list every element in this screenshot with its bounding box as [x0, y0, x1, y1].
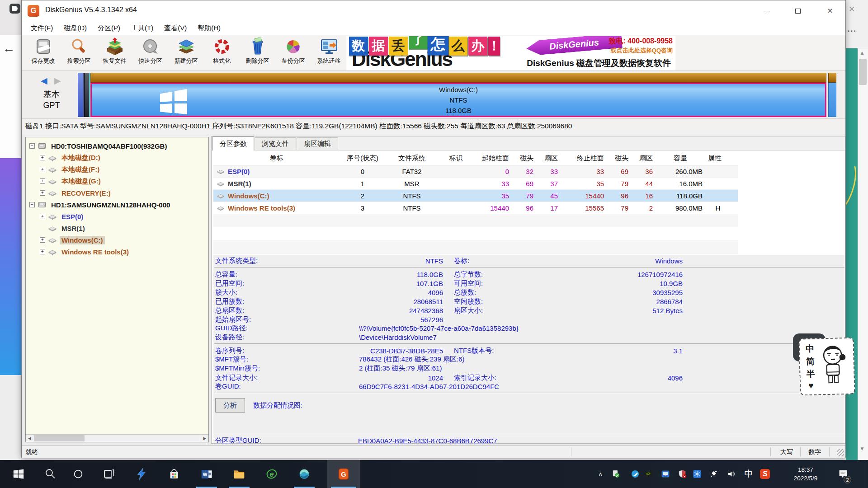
tab[interactable]: 分区参数	[212, 136, 254, 150]
table-header-cell[interactable]: 序号(状态)	[340, 154, 385, 163]
taskbar-clock[interactable]: 18:37 2022/5/9	[785, 460, 826, 488]
word-app-button[interactable]	[193, 460, 221, 488]
maximize-button[interactable]	[788, 4, 808, 18]
tree-expand-box[interactable]: +	[40, 155, 45, 160]
tab[interactable]: 扇区编辑	[297, 137, 338, 150]
tray-security-shield-icon[interactable]	[676, 460, 688, 488]
store-app-button[interactable]	[160, 460, 188, 488]
tray-snowflake-icon[interactable]	[691, 460, 703, 488]
table-header-cell[interactable]: 卷标	[213, 154, 340, 163]
menu-item[interactable]: 分区(P)	[92, 24, 126, 33]
toolbar-button[interactable]: 恢复文件	[97, 36, 132, 70]
table-header-cell[interactable]: 磁头	[512, 154, 536, 163]
toolbar-button[interactable]: 系统迁移	[311, 36, 347, 70]
ime-heart-icon[interactable]: ♥	[808, 381, 814, 391]
ad-banner[interactable]: DiskGenius 数据丢了怎么办！ DiskGenius 致电: 400-0…	[346, 36, 675, 70]
table-row[interactable]: Windows(C:) 2 NTFS 35 79 45 15440 96 16 …	[213, 190, 738, 202]
tree-scrollbar-thumb[interactable]	[34, 435, 85, 441]
tree-item[interactable]: + 本地磁盘(F:)	[26, 164, 208, 175]
tree-item[interactable]: + Windows RE tools(3)	[26, 246, 208, 258]
task-view-button[interactable]	[95, 460, 123, 488]
tree-item[interactable]: + ESP(0)	[26, 211, 208, 222]
table-header-cell[interactable]: 标识	[439, 154, 466, 163]
selected-partition-box[interactable]: Windows(C:) NTFS 118.0GB	[90, 83, 826, 117]
table-header-cell[interactable]: 容量	[656, 154, 705, 163]
toolbar-button[interactable]: 格式化	[204, 36, 240, 70]
toolbar-button[interactable]: 保存更改	[25, 36, 61, 70]
table-header-cell[interactable]: 扇区	[536, 154, 561, 163]
toolbar-button[interactable]: 快速分区	[132, 36, 168, 70]
tree-expand-box[interactable]: +	[40, 237, 45, 243]
table-header-cell[interactable]: 属性	[705, 154, 731, 163]
previous-disk-icon[interactable]: ◀	[41, 75, 47, 86]
background-scrollbar-track[interactable]	[858, 48, 868, 460]
ime-simplified-mode[interactable]: 简	[806, 356, 815, 367]
background-close-icon[interactable]: ✕	[849, 5, 855, 14]
menu-item[interactable]: 磁盘(D)	[58, 24, 92, 33]
scroll-right-icon[interactable]: ▶	[201, 435, 208, 442]
diskgenius-app-button[interactable]	[327, 460, 360, 488]
tree-item[interactable]: − HD1:SAMSUNGMZNLN128HAHQ-000	[26, 199, 208, 211]
tree-item[interactable]: + RECOVERY(E:)	[26, 187, 208, 199]
table-row[interactable]: MSR(1) 1 MSR 33 69 37 35 79 44 16.0MB	[213, 178, 738, 190]
tree-expand-box[interactable]: −	[29, 143, 35, 149]
menu-item[interactable]: 工具(T)	[126, 24, 159, 33]
tree-item[interactable]: + 本地磁盘(D:)	[26, 152, 208, 164]
tray-bird-icon[interactable]	[629, 460, 641, 488]
back-arrow-icon[interactable]: ←	[3, 42, 15, 56]
ime-halfwidth-mode[interactable]: 半	[806, 368, 815, 380]
start-button[interactable]	[5, 460, 33, 488]
next-disk-icon[interactable]: ▶	[54, 75, 61, 86]
table-row[interactable]: ESP(0) 0 FAT32 0 32 33 33 69 36 260.0MB	[213, 165, 738, 178]
tree-expand-box[interactable]: +	[40, 249, 45, 254]
tray-ime-language-indicator[interactable]: 中	[742, 460, 755, 488]
sogou-ime-widget[interactable]: 中 简 半 ♥	[799, 338, 854, 395]
show-desktop-button[interactable]	[866, 460, 868, 488]
table-header-cell[interactable]: 起始柱面	[466, 154, 512, 163]
search-button[interactable]	[36, 460, 64, 488]
toolbar-button[interactable]: 删除分区	[240, 36, 275, 70]
tray-sogou-icon[interactable]: S	[759, 460, 771, 488]
analyze-button[interactable]: 分析	[215, 398, 245, 413]
table-header-cell[interactable]: 文件系统	[385, 154, 439, 163]
background-scrollbar-thumb[interactable]	[859, 59, 867, 85]
ime-status-box[interactable]: 中 简 半 ♥	[798, 337, 855, 395]
tree-item[interactable]: MSR(1)	[26, 222, 208, 234]
thunder-app-button[interactable]	[127, 460, 156, 488]
ad-qq-link[interactable]: 或点击此处选择QQ咨询	[611, 47, 673, 55]
partition-block-windows-c[interactable]: Windows(C:) NTFS 118.0GB	[90, 73, 826, 117]
file-explorer-button[interactable]	[225, 460, 253, 488]
tray-volume-icon[interactable]	[725, 460, 738, 488]
scroll-up-icon[interactable]: ▲	[859, 50, 865, 56]
table-header-cell[interactable]: 扇区	[631, 154, 656, 163]
tray-intel-graphics-icon[interactable]	[660, 460, 671, 488]
tree-item[interactable]: − HD0:TOSHIBAMQ04ABF100(932GB)	[26, 140, 208, 152]
tree-expand-box[interactable]: +	[40, 190, 45, 196]
notification-center-button[interactable]: 2	[834, 460, 852, 488]
tree-horizontal-scrollbar[interactable]: ◀ ▶	[26, 434, 208, 442]
scroll-down-icon[interactable]: ▼	[859, 446, 865, 452]
ie-app-button[interactable]	[258, 460, 286, 488]
close-button[interactable]: ✕	[820, 4, 840, 18]
table-header-cell[interactable]: 终止柱面	[561, 154, 607, 163]
minimize-button[interactable]	[756, 4, 777, 18]
partition-block-re-tools[interactable]	[828, 73, 836, 117]
background-more-icon[interactable]: ⋯	[847, 25, 856, 36]
resize-grip[interactable]	[837, 449, 844, 456]
toolbar-button[interactable]: 备份分区	[275, 36, 311, 70]
scroll-left-icon[interactable]: ◀	[26, 435, 33, 442]
tree-expand-box[interactable]: +	[40, 167, 45, 172]
partition-block-esp[interactable]	[78, 73, 84, 117]
tray-nvidia-icon[interactable]	[643, 460, 655, 488]
ime-chinese-mode[interactable]: 中	[806, 343, 815, 355]
cortana-button[interactable]	[64, 460, 92, 488]
tray-antivirus-icon[interactable]	[610, 460, 622, 488]
menu-item[interactable]: 查看(V)	[159, 24, 192, 33]
tray-chevron-up-icon[interactable]: ∧	[595, 460, 606, 488]
table-row[interactable]: Windows RE tools(3) 3 NTFS 15440 96 17 1…	[213, 202, 738, 214]
tree-expand-box[interactable]: +	[40, 214, 45, 219]
menu-item[interactable]: 文件(F)	[25, 24, 58, 33]
partition-block-msr[interactable]	[84, 73, 90, 117]
tree-item[interactable]: + 本地磁盘(G:)	[26, 175, 208, 187]
edge-app-button[interactable]	[290, 460, 318, 488]
